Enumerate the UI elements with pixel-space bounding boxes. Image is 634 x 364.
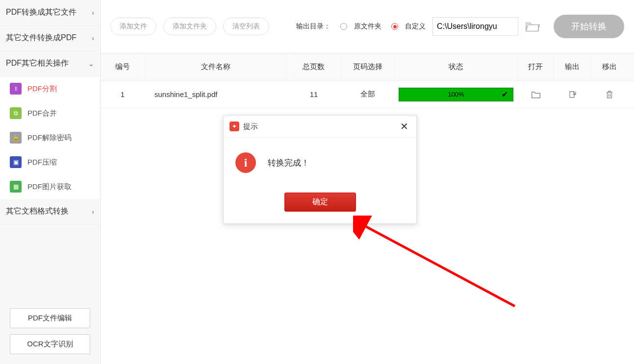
nav-item-label: PDF压缩: [27, 158, 57, 167]
nav-item-label: PDF图片获取: [27, 182, 72, 192]
nav-group-label: 其它文件转换成PDF: [6, 33, 76, 43]
cell-pages: 11: [287, 90, 341, 98]
cell-filename: sunshine1_split.pdf: [145, 90, 287, 98]
image-icon: ▦: [10, 181, 22, 193]
open-folder-icon: [531, 90, 541, 99]
chevron-right-icon: ›: [92, 34, 94, 42]
dialog-title: 提示: [243, 122, 258, 131]
cell-status: 100% ✔: [395, 88, 517, 101]
alert-dialog: ✦ 提示 ✕ i 转换完成！ 确定: [223, 115, 417, 224]
radio-original-folder[interactable]: [340, 23, 347, 30]
chevron-right-icon: ›: [92, 208, 94, 216]
radio-custom-label: 自定义: [405, 22, 426, 31]
nav-group-label: PDF转换成其它文件: [6, 7, 76, 18]
nav-group-other-formats[interactable]: 其它文档格式转换 ›: [0, 199, 100, 224]
col-status: 状态: [395, 53, 517, 80]
col-pages: 总页数: [287, 53, 341, 80]
folder-icon[interactable]: [525, 21, 540, 32]
col-num: 编号: [101, 53, 145, 80]
trash-icon: [605, 90, 614, 99]
checkmark-icon: ✔: [502, 90, 508, 99]
app-logo-icon: ✦: [229, 121, 239, 131]
output-path-input[interactable]: [432, 17, 518, 36]
output-dir-label: 输出目录：: [296, 22, 330, 31]
dialog-header: ✦ 提示 ✕: [224, 116, 416, 138]
progress-bar: 100% ✔: [399, 88, 513, 101]
nav-item-pdf-unlock[interactable]: 🔒 PDF解除密码: [0, 125, 100, 150]
radio-original-label: 原文件夹: [354, 22, 381, 31]
ok-button[interactable]: 确定: [284, 193, 356, 212]
nav-item-pdf-compress[interactable]: ▣ PDF压缩: [0, 150, 100, 174]
radio-custom-folder[interactable]: [391, 23, 398, 30]
cell-output[interactable]: [554, 90, 591, 99]
nav-group-pdf-ops[interactable]: PDF其它相关操作 ⌄: [0, 51, 100, 76]
start-convert-button[interactable]: 开始转换: [554, 15, 624, 38]
nav-item-pdf-image-extract[interactable]: ▦ PDF图片获取: [0, 174, 100, 199]
ocr-button[interactable]: OCR文字识别: [10, 334, 90, 354]
nav-group-label: 其它文档格式转换: [6, 206, 69, 217]
progress-text: 100%: [404, 91, 508, 98]
nav-group-pdf-to-other[interactable]: PDF转换成其它文件 ›: [0, 0, 100, 25]
clear-list-button[interactable]: 清空列表: [223, 18, 269, 35]
table-row: 1 sunshine1_split.pdf 11 全部 100% ✔: [101, 81, 634, 108]
cell-num: 1: [101, 90, 145, 98]
info-icon: i: [235, 152, 256, 173]
close-icon[interactable]: ✕: [398, 121, 410, 132]
cell-open[interactable]: [517, 90, 554, 99]
nav-group-other-to-pdf[interactable]: 其它文件转换成PDF ›: [0, 25, 100, 51]
sidebar-bottom: PDF文件编辑 OCR文字识别: [0, 298, 100, 364]
toolbar: 添加文件 添加文件夹 清空列表 输出目录： 原文件夹 自定义 开始转换: [101, 0, 634, 53]
chevron-down-icon: ⌄: [88, 60, 94, 68]
col-page-sel: 页码选择: [341, 53, 395, 80]
nav-sub-list: ⫴ PDF分割 ⧉ PDF合并 🔒 PDF解除密码 ▣ PDF压缩 ▦ PDF图…: [0, 76, 100, 199]
col-remove: 移出: [591, 53, 628, 80]
col-open: 打开: [517, 53, 554, 80]
nav-group-label: PDF其它相关操作: [6, 58, 69, 69]
nav-item-label: PDF合并: [27, 109, 57, 118]
col-name: 文件名称: [145, 53, 287, 80]
nav-item-label: PDF解除密码: [27, 133, 72, 143]
file-table: 编号 文件名称 总页数 页码选择 状态 打开 输出 移出 1 sunshine1…: [101, 53, 634, 108]
add-file-button[interactable]: 添加文件: [110, 18, 156, 35]
sidebar: PDF转换成其它文件 › 其它文件转换成PDF › PDF其它相关操作 ⌄ ⫴ …: [0, 0, 101, 364]
nav-item-pdf-split[interactable]: ⫴ PDF分割: [0, 76, 100, 101]
table-header: 编号 文件名称 总页数 页码选择 状态 打开 输出 移出: [101, 53, 634, 81]
dialog-footer: 确定: [224, 193, 416, 223]
dialog-body: i 转换完成！: [224, 138, 416, 193]
lock-icon: 🔒: [10, 132, 22, 144]
export-icon: [568, 90, 577, 99]
dialog-message: 转换完成！: [268, 157, 309, 169]
nav-item-label: PDF分割: [27, 84, 57, 94]
pdf-edit-button[interactable]: PDF文件编辑: [10, 308, 90, 328]
cell-page-sel[interactable]: 全部: [341, 90, 395, 99]
col-output: 输出: [554, 53, 591, 80]
split-icon: ⫴: [10, 83, 22, 95]
add-folder-button[interactable]: 添加文件夹: [163, 18, 216, 35]
cell-remove[interactable]: [591, 90, 628, 99]
nav-item-pdf-merge[interactable]: ⧉ PDF合并: [0, 101, 100, 125]
chevron-right-icon: ›: [92, 9, 94, 17]
compress-icon: ▣: [10, 156, 22, 168]
merge-icon: ⧉: [10, 107, 22, 119]
